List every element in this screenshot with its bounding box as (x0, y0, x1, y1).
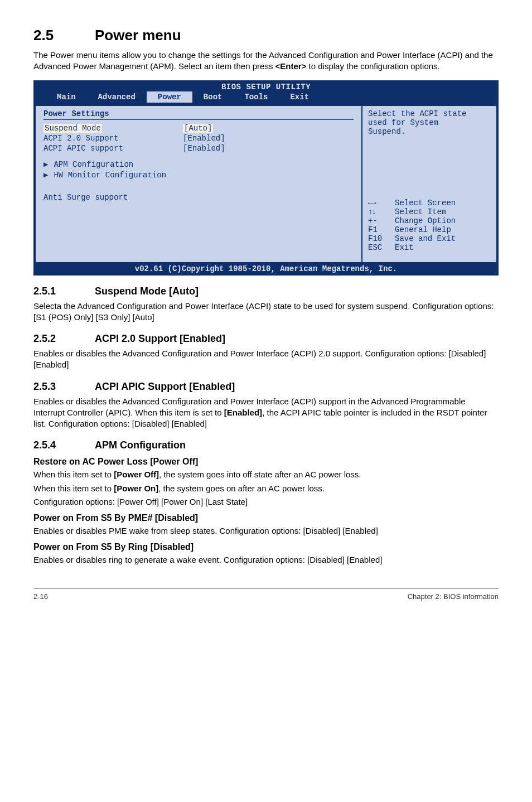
intro-bold: <Enter> (275, 61, 307, 71)
subsection-254: 2.5.4APM Configuration (33, 439, 499, 451)
bios-legend-desc: General Help (395, 225, 451, 234)
bios-legend: Select Screen Select Item +-Change Optio… (368, 199, 491, 257)
bios-left-heading: Power Settings (43, 109, 354, 118)
section-title-text: Power menu (95, 27, 181, 44)
section-heading: 2.5Power menu (33, 27, 499, 44)
bios-tab-bar: Main Advanced Power Boot Tools Exit (35, 91, 497, 105)
bios-help-line2: used for System (368, 118, 491, 127)
bios-screenshot: BIOS SETUP UTILITY Main Advanced Power B… (33, 80, 499, 276)
page-number: 2-16 (33, 592, 48, 601)
subsection-title: ACPI APIC Support [Enabled] (95, 381, 235, 392)
triangle-right-icon: ▶ (43, 160, 48, 169)
bios-help-text: Select the ACPI state used for System Su… (368, 109, 491, 136)
bios-legend-desc: Save and Exit (395, 234, 456, 243)
bios-legend-row: ESCExit (368, 243, 491, 252)
bios-tab-power[interactable]: Power (147, 91, 192, 103)
bios-acpi20-value: [Enabled] (183, 134, 225, 143)
bios-legend-key: +- (368, 216, 389, 225)
pme-body: Enables or disables PME wake from sleep … (33, 525, 499, 537)
bios-antisurge-label: Anti Surge support (43, 193, 183, 202)
bios-legend-row: +-Change Option (368, 216, 491, 225)
subsub-ring: Power on From S5 By Ring [Disabled] (33, 542, 499, 552)
bios-acpi-apic-label: ACPI APIC support (43, 144, 183, 153)
triangle-right-icon: ▶ (43, 170, 48, 180)
ring-body: Enables or disables ring to generate a w… (33, 554, 499, 566)
subsection-number: 2.5.3 (33, 381, 95, 393)
subsection-251-body: Selecta the Advanced Configuration and P… (33, 301, 499, 323)
subsection-252: 2.5.2ACPI 2.0 Support [Enabled] (33, 333, 499, 345)
bios-left-panel: Power Settings Suspend Mode [Auto] ACPI … (36, 106, 362, 262)
bios-title: BIOS SETUP UTILITY (35, 81, 497, 91)
subsection-251: 2.5.1Suspend Mode [Auto] (33, 286, 499, 297)
bios-submenu-hwmonitor[interactable]: ▶HW Monitor Configuration (43, 170, 354, 180)
subsection-253: 2.5.3ACPI APIC Support [Enabled] (33, 381, 499, 393)
bios-acpi-apic-value: [Enabled] (183, 144, 225, 153)
bios-right-panel: Select the ACPI state used for System Su… (362, 106, 496, 262)
bios-legend-desc: Change Option (395, 216, 456, 225)
bios-legend-key: F10 (368, 234, 389, 243)
subsection-title: Suspend Mode [Auto] (95, 286, 199, 297)
bios-tab-exit[interactable]: Exit (279, 91, 320, 103)
page-footer: 2-16 Chapter 2: BIOS information (33, 588, 499, 601)
subsection-title: APM Configuration (95, 439, 186, 451)
bios-legend-row: F10Save and Exit (368, 234, 491, 243)
bios-legend-desc: Exit (395, 243, 414, 252)
bios-help-line1: Select the ACPI state (368, 109, 491, 118)
bios-suspend-mode-value: [Auto] (183, 124, 213, 133)
restore-ac-line2: When this item set to [Power On], the sy… (33, 483, 499, 494)
bios-divider (43, 119, 354, 120)
bios-submenu-apm-label: APM Configuration (54, 160, 133, 169)
bios-suspend-mode-label: Suspend Mode (43, 124, 102, 133)
bios-legend-row: F1General Help (368, 225, 491, 234)
restore-ac-line1: When this item set to [Power Off], the s… (33, 469, 499, 480)
subsection-title: ACPI 2.0 Support [Enabled] (95, 333, 225, 344)
bios-legend-key: ESC (368, 243, 389, 252)
bios-acpi20-label: ACPI 2.0 Support (43, 134, 183, 143)
bios-row-acpi20[interactable]: ACPI 2.0 Support [Enabled] (43, 133, 354, 143)
bios-footer: v02.61 (C)Copyright 1985-2010, American … (35, 263, 497, 274)
bios-tab-boot[interactable]: Boot (192, 91, 234, 103)
bios-legend-row: Select Item (368, 207, 491, 216)
bios-tab-advanced[interactable]: Advanced (87, 91, 147, 103)
subsection-253-body: Enables or disables the Advanced Configu… (33, 396, 499, 430)
subsection-number: 2.5.1 (33, 286, 95, 297)
arrow-left-right-icon (368, 199, 389, 207)
s253-bold: [Enabled] (224, 408, 262, 417)
bios-tab-main[interactable]: Main (46, 91, 87, 103)
subsection-number: 2.5.4 (33, 439, 95, 451)
bios-help-line3: Suspend. (368, 127, 491, 136)
bios-submenu-apm[interactable]: ▶APM Configuration (43, 159, 354, 170)
subsub-restore-ac: Restore on AC Power Loss [Power Off] (33, 457, 499, 467)
bios-row-antisurge[interactable]: Anti Surge support (43, 192, 354, 202)
intro-tail: to display the configuration options. (306, 61, 439, 71)
bios-tab-tools[interactable]: Tools (233, 91, 279, 103)
bios-legend-desc: Select Screen (395, 199, 456, 207)
restore-ac-line3: Configuration options: [Power Off] [Powe… (33, 496, 499, 508)
arrow-up-down-icon (368, 207, 389, 216)
section-number: 2.5 (33, 27, 95, 44)
intro-paragraph: The Power menu items allow you to change… (33, 50, 499, 73)
subsection-252-body: Enables or disables the Advanced Configu… (33, 348, 499, 371)
bios-submenu-hwmonitor-label: HW Monitor Configuration (54, 171, 166, 180)
bios-legend-key: F1 (368, 225, 389, 234)
bios-row-acpi-apic[interactable]: ACPI APIC support [Enabled] (43, 143, 354, 153)
subsub-pme: Power on From S5 By PME# [Disabled] (33, 513, 499, 523)
bios-row-suspend-mode[interactable]: Suspend Mode [Auto] (43, 123, 354, 133)
bios-legend-row: Select Screen (368, 199, 491, 207)
chapter-label: Chapter 2: BIOS information (408, 592, 499, 601)
subsection-number: 2.5.2 (33, 333, 95, 345)
bios-legend-desc: Select Item (395, 207, 446, 216)
